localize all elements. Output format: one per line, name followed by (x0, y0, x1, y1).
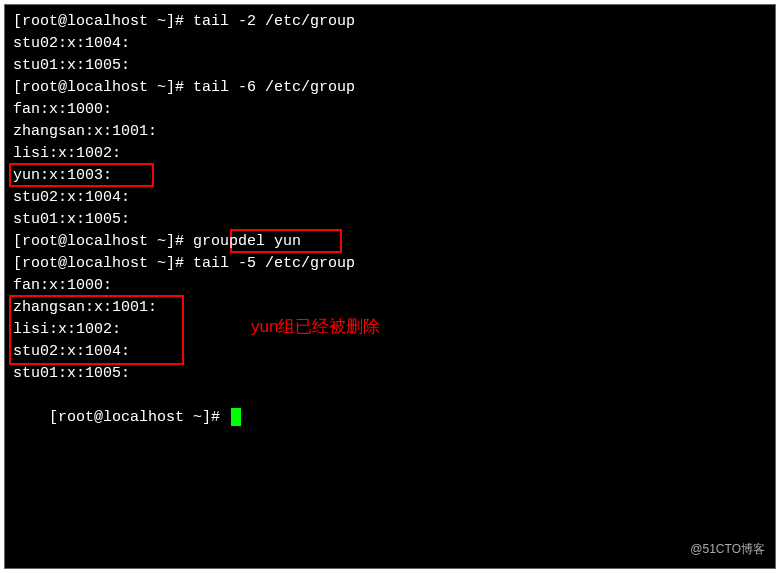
terminal-line: lisi:x:1002: (13, 143, 767, 165)
terminal-line: stu01:x:1005: (13, 363, 767, 385)
terminal-line: stu01:x:1005: (13, 55, 767, 77)
terminal-line: zhangsan:x:1001: (13, 297, 767, 319)
terminal-line: stu02:x:1004: (13, 341, 767, 363)
cursor-block (231, 408, 241, 426)
prompt-text: [root@localhost ~]# (49, 409, 229, 426)
terminal-line: zhangsan:x:1001: (13, 121, 767, 143)
terminal-line: stu01:x:1005: (13, 209, 767, 231)
terminal-line: stu02:x:1004: (13, 33, 767, 55)
terminal-line: yun:x:1003: (13, 165, 767, 187)
terminal-line: [root@localhost ~]# tail -2 /etc/group (13, 11, 767, 33)
terminal-window[interactable]: [root@localhost ~]# tail -2 /etc/group s… (4, 4, 776, 569)
watermark-text: @51CTO博客 (690, 538, 765, 560)
terminal-line: [root@localhost ~]# groupdel yun (13, 231, 767, 253)
annotation-text: yun组已经被删除 (251, 316, 380, 338)
terminal-line: fan:x:1000: (13, 275, 767, 297)
terminal-line: stu02:x:1004: (13, 187, 767, 209)
terminal-line: [root@localhost ~]# tail -6 /etc/group (13, 77, 767, 99)
terminal-line: lisi:x:1002: (13, 319, 767, 341)
terminal-prompt-line[interactable]: [root@localhost ~]# (13, 385, 767, 451)
terminal-line: fan:x:1000: (13, 99, 767, 121)
terminal-line: [root@localhost ~]# tail -5 /etc/group (13, 253, 767, 275)
